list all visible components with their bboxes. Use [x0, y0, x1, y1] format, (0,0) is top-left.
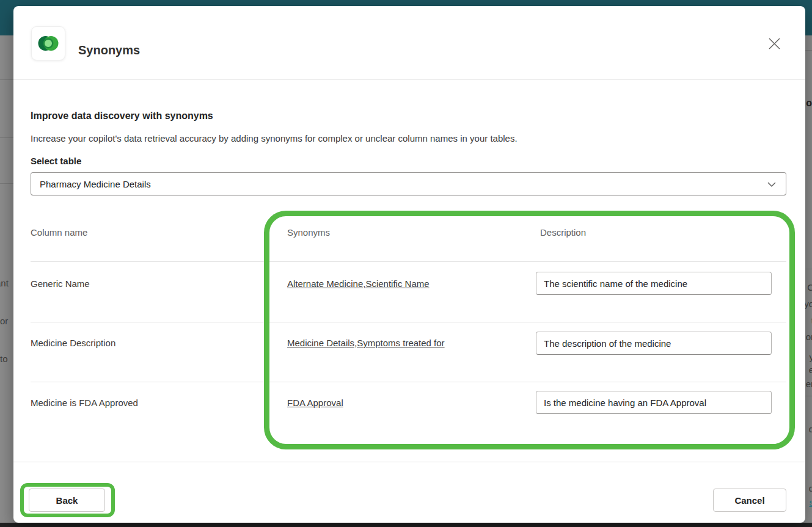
dialog-title: Synonyms — [78, 42, 140, 59]
background-link-fragment: s — [810, 497, 812, 507]
background-text-fragment: yo — [804, 299, 812, 309]
copilot-app-icon — [31, 26, 65, 60]
background-divider — [0, 79, 13, 80]
background-divider — [805, 50, 812, 51]
synonyms-link[interactable]: Alternate Medicine,Scientific Name — [287, 278, 430, 289]
column-header-column-name: Column name — [31, 227, 87, 238]
back-button[interactable]: Back — [29, 489, 105, 512]
background-text-fragment: or — [806, 332, 812, 342]
table-divider — [31, 322, 786, 322]
table-select-dropdown[interactable]: Pharmacy Medicine Details — [31, 172, 786, 195]
background-text-fragment: y — [810, 352, 812, 362]
close-icon[interactable] — [765, 34, 783, 53]
section-heading: Improve data discovery with synonyms — [31, 111, 213, 122]
synonyms-link[interactable]: FDA Approval — [287, 398, 343, 408]
description-input[interactable] — [536, 272, 772, 295]
background-text-fragment: er — [806, 379, 812, 389]
column-name-cell: Generic Name — [31, 278, 90, 289]
section-description: Increase your copilot's data retrieval a… — [31, 133, 518, 144]
description-input[interactable] — [536, 332, 772, 355]
table-divider — [31, 261, 786, 262]
background-divider — [0, 183, 13, 184]
background-bottom-bar — [0, 523, 812, 527]
synonyms-link[interactable]: Medicine Details,Symptoms treated for — [287, 338, 445, 348]
column-header-synonyms: Synonyms — [287, 227, 330, 238]
background-text-fragment: e — [809, 365, 812, 375]
background-divider — [805, 269, 812, 269]
background-text-fragment: d — [809, 424, 812, 434]
select-table-label: Select table — [31, 156, 81, 166]
background-divider — [805, 396, 812, 396]
background-text-fragment: C — [807, 282, 812, 293]
column-header-description: Description — [540, 227, 586, 238]
background-text-fragment: o — [806, 98, 812, 109]
synonyms-dialog: Synonyms Improve data discovery with syn… — [13, 6, 805, 523]
header-divider — [13, 79, 805, 80]
description-input[interactable] — [536, 391, 772, 414]
cancel-button[interactable]: Cancel — [713, 489, 786, 512]
background-divider — [0, 137, 13, 138]
background-text-fragment: d — [809, 483, 812, 493]
footer-divider — [13, 462, 805, 462]
column-name-cell: Medicine Description — [31, 338, 115, 348]
table-select-value: Pharmacy Medicine Details — [40, 179, 151, 189]
chevron-down-icon — [766, 179, 777, 192]
background-text-fragment: or — [0, 316, 8, 326]
background-text-fragment: to — [0, 354, 8, 364]
background-text-fragment: ant — [0, 278, 9, 288]
business-central-logo-icon — [36, 31, 60, 56]
table-divider — [31, 382, 786, 382]
column-name-cell: Medicine is FDA Approved — [31, 398, 138, 408]
